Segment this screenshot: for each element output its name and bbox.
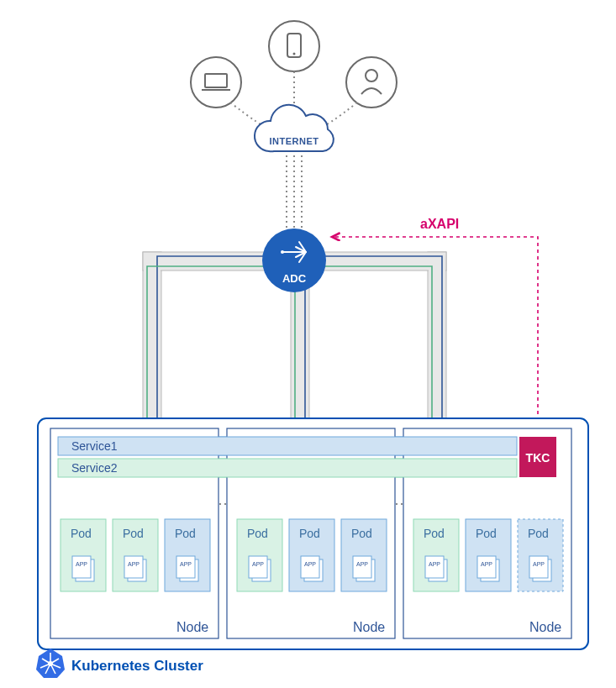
pod: Pod APP — [165, 519, 210, 591]
svg-point-3 — [269, 21, 319, 71]
svg-text:Pod: Pod — [71, 527, 92, 540]
client-phone — [269, 21, 319, 71]
svg-text:Pod: Pod — [351, 527, 372, 540]
svg-rect-38 — [124, 556, 143, 578]
svg-text:APP: APP — [304, 561, 316, 567]
pod: Pod APP — [413, 519, 459, 591]
svg-text:Pod: Pod — [476, 527, 497, 540]
kubernetes-icon — [36, 649, 65, 678]
svg-point-18 — [281, 250, 284, 254]
svg-rect-53 — [301, 556, 319, 578]
svg-text:APP: APP — [252, 561, 264, 567]
svg-text:APP: APP — [356, 561, 368, 567]
internet-cloud: INTERNET — [255, 105, 334, 152]
axapi-label: aXAPI — [420, 217, 459, 231]
cluster-label: Kubernetes Cluster — [71, 658, 203, 674]
svg-text:APP: APP — [76, 561, 87, 567]
svg-rect-68 — [477, 556, 496, 578]
svg-rect-48 — [249, 556, 267, 578]
svg-text:TKC: TKC — [526, 451, 550, 465]
pod: Pod APP — [289, 519, 334, 591]
svg-text:Service2: Service2 — [71, 461, 118, 475]
svg-rect-58 — [353, 556, 371, 578]
svg-point-5 — [293, 53, 296, 55]
pod: Pod APP — [466, 519, 511, 591]
svg-text:Pod: Pod — [175, 527, 196, 540]
node-2-pods: Pod APP Pod APP Pod APP — [237, 519, 387, 591]
svg-text:APP: APP — [429, 561, 440, 567]
svg-text:Pod: Pod — [123, 527, 144, 540]
adc-label: ADC — [282, 272, 307, 285]
adc-node: ADC — [262, 228, 326, 292]
svg-rect-73 — [529, 556, 548, 578]
node-1-pods: Pod APP Pod APP Pod APP — [61, 519, 210, 591]
svg-text:APP: APP — [180, 561, 192, 567]
pod: Pod APP — [61, 519, 106, 591]
svg-rect-1 — [205, 74, 227, 87]
node-3-label: Node — [529, 620, 561, 634]
internet-label: INTERNET — [270, 136, 319, 146]
node-1-label: Node — [176, 620, 208, 634]
svg-point-0 — [191, 57, 241, 108]
svg-text:APP: APP — [128, 561, 140, 567]
svg-text:Service1: Service1 — [71, 439, 118, 453]
kubernetes-badge: Kubernetes Cluster — [36, 649, 227, 678]
pod: Pod APP — [341, 519, 387, 591]
svg-text:APP: APP — [533, 561, 545, 567]
pod: Pod APP — [113, 519, 158, 591]
svg-rect-33 — [72, 556, 91, 578]
svg-text:Pod: Pod — [299, 527, 320, 540]
client-user — [346, 57, 397, 108]
pod: Pod APP — [518, 519, 563, 591]
node-3-pods: Pod APP Pod APP Pod APP — [413, 519, 563, 591]
pod: Pod APP — [237, 519, 282, 591]
svg-point-7 — [366, 70, 377, 81]
client-laptop — [191, 57, 241, 108]
node-2-label: Node — [353, 620, 385, 634]
svg-text:Pod: Pod — [247, 527, 268, 540]
svg-text:APP: APP — [481, 561, 492, 567]
svg-text:Pod: Pod — [424, 527, 445, 540]
svg-rect-43 — [176, 556, 195, 578]
svg-rect-63 — [425, 556, 444, 578]
svg-text:Pod: Pod — [528, 527, 549, 540]
